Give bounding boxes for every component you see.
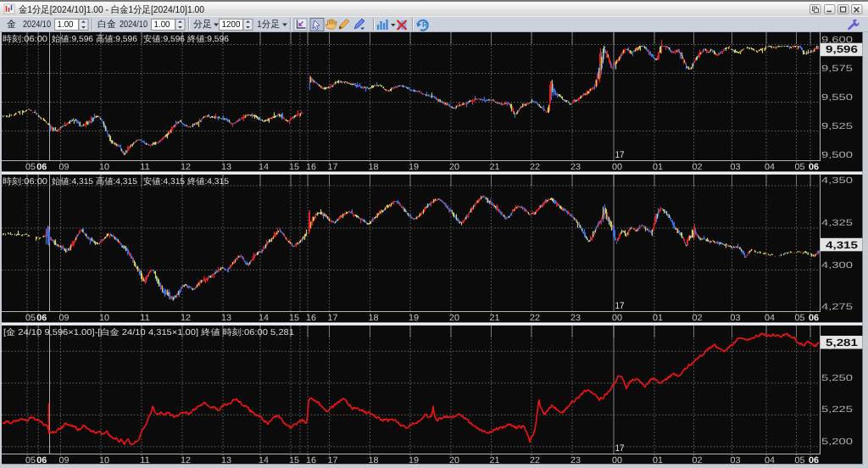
svg-text:06: 06 [36, 162, 47, 172]
svg-text:09: 09 [59, 162, 70, 172]
svg-text:00: 00 [612, 162, 622, 172]
svg-text:1分足: 1分足 [257, 20, 280, 30]
svg-text:09: 09 [59, 313, 70, 323]
svg-text:21: 21 [490, 455, 500, 465]
svg-text:17: 17 [328, 455, 338, 465]
svg-text:17: 17 [615, 150, 625, 160]
svg-text:10: 10 [99, 313, 109, 323]
svg-text:1.00: 1.00 [58, 20, 74, 30]
svg-text:17: 17 [328, 313, 338, 323]
svg-text:14: 14 [259, 455, 269, 465]
svg-text:時刻:06:00: 時刻:06:00 [3, 176, 47, 187]
svg-text:11: 11 [140, 313, 150, 323]
svg-text:23: 23 [570, 162, 581, 172]
svg-text:16: 16 [306, 455, 316, 465]
svg-text:15: 15 [289, 162, 299, 172]
svg-text:4,315: 4,315 [826, 239, 858, 251]
svg-text:03: 03 [731, 313, 741, 323]
svg-text:白金: 白金 [97, 20, 116, 30]
svg-text:9,596: 9,596 [826, 43, 858, 55]
svg-text:16: 16 [306, 162, 316, 172]
svg-text:02: 02 [693, 313, 703, 323]
svg-text:01: 01 [653, 313, 663, 323]
svg-text:11: 11 [140, 162, 150, 172]
svg-text:[金 24/10 9,596×1.00]-[白金 24/10: [金 24/10 9,596×1.00]-[白金 24/10 4,315×1.0… [3, 327, 294, 337]
svg-text:9,500: 9,500 [821, 150, 853, 160]
svg-text:17: 17 [328, 162, 338, 172]
svg-text:05: 05 [795, 455, 805, 465]
svg-text:14: 14 [259, 162, 269, 172]
svg-text:始値:4,315 高値:4,315: 始値:4,315 高値:4,315 [52, 176, 137, 187]
svg-text:1.00: 1.00 [154, 20, 170, 30]
svg-text:5,281: 5,281 [826, 337, 858, 348]
svg-text:19: 19 [409, 313, 419, 323]
svg-text:20: 20 [449, 455, 459, 465]
svg-text:06: 06 [809, 313, 819, 323]
svg-text:17: 17 [615, 443, 625, 454]
svg-text:18: 18 [369, 162, 379, 172]
svg-text:23: 23 [570, 313, 581, 323]
svg-text:06: 06 [809, 162, 819, 172]
svg-text:13: 13 [221, 455, 231, 465]
svg-text:4,275: 4,275 [821, 302, 853, 312]
svg-text:9,575: 9,575 [821, 64, 853, 74]
svg-text:01: 01 [653, 455, 663, 465]
svg-text:05: 05 [795, 313, 805, 323]
svg-text:14: 14 [259, 313, 269, 323]
svg-text:20: 20 [449, 162, 459, 172]
svg-text:12: 12 [181, 313, 191, 323]
svg-text:05: 05 [25, 162, 36, 172]
svg-text:R: R [422, 20, 428, 29]
svg-text:金: 金 [7, 20, 16, 30]
svg-text:9,525: 9,525 [821, 121, 853, 131]
svg-text:13: 13 [221, 162, 231, 172]
svg-text:15: 15 [289, 455, 299, 465]
svg-text:16: 16 [306, 313, 316, 323]
svg-text:06: 06 [36, 313, 47, 323]
svg-text:02: 02 [693, 162, 703, 172]
svg-text:04: 04 [765, 313, 775, 323]
svg-text:2024/10: 2024/10 [120, 20, 147, 30]
svg-text:04: 04 [765, 162, 775, 172]
svg-text:5,250: 5,250 [821, 373, 853, 383]
svg-text:04: 04 [765, 455, 775, 465]
svg-text:23: 23 [570, 455, 581, 465]
svg-text:分足: 分足 [193, 20, 212, 30]
svg-text:9,550: 9,550 [821, 92, 853, 103]
svg-text:01: 01 [653, 162, 663, 172]
svg-text:10: 10 [99, 455, 109, 465]
svg-text:金1分足[2024/10]1.00 - 白金1分足[2024: 金1分足[2024/10]1.00 - 白金1分足[2024/10]1.00 [19, 4, 204, 15]
svg-text:安値:4,315 終値:4,315: 安値:4,315 終値:4,315 [143, 176, 229, 187]
svg-text:4,300: 4,300 [821, 260, 853, 270]
svg-text:03: 03 [731, 455, 741, 465]
svg-text:5,200: 5,200 [821, 437, 853, 447]
svg-text:始値:9,596 高値:9,596: 始値:9,596 高値:9,596 [52, 34, 137, 44]
svg-text:2024/10: 2024/10 [23, 20, 51, 30]
svg-text:4,350: 4,350 [821, 176, 853, 186]
svg-text:安値:9,596 終値:9,596: 安値:9,596 終値:9,596 [143, 34, 229, 44]
svg-text:02: 02 [693, 455, 703, 465]
svg-text:15: 15 [289, 313, 299, 323]
svg-text:05: 05 [795, 162, 805, 172]
svg-text:18: 18 [369, 455, 379, 465]
svg-text:12: 12 [181, 162, 191, 172]
svg-text:09: 09 [59, 455, 70, 465]
svg-text:05: 05 [25, 313, 36, 323]
svg-text:11: 11 [140, 455, 150, 465]
svg-text:03: 03 [731, 162, 741, 172]
svg-text:17: 17 [615, 301, 625, 311]
svg-text:00: 00 [612, 313, 622, 323]
svg-text:00: 00 [612, 455, 622, 465]
svg-text:19: 19 [409, 455, 419, 465]
svg-text:19: 19 [409, 162, 419, 172]
svg-text:4,325: 4,325 [821, 218, 853, 228]
svg-text:22: 22 [530, 162, 540, 172]
svg-text:1200: 1200 [222, 20, 241, 30]
svg-text:22: 22 [530, 455, 540, 465]
svg-text:20: 20 [449, 313, 459, 323]
svg-text:06: 06 [36, 455, 47, 465]
svg-text:13: 13 [221, 313, 231, 323]
svg-text:05: 05 [25, 455, 36, 465]
svg-text:12: 12 [181, 455, 191, 465]
svg-text:時刻:06:00: 時刻:06:00 [3, 34, 47, 44]
